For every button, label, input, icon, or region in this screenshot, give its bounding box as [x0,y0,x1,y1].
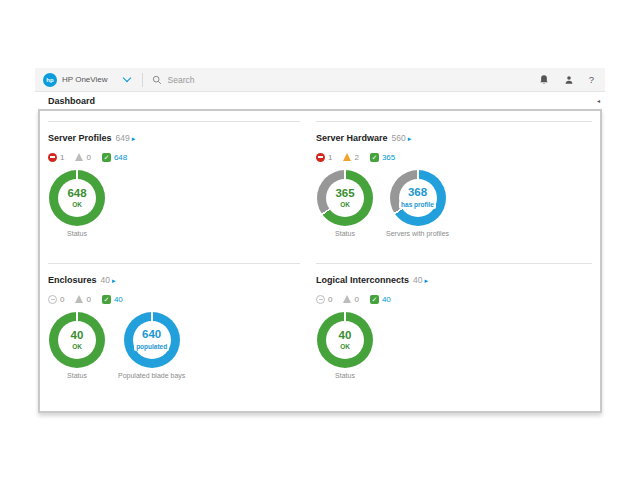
donut-center: 40OK [326,321,364,359]
status-summary-item[interactable]: ✓40 [102,295,123,304]
app-window: hp HP OneView ? [0,0,640,480]
status-summary-item[interactable]: 0 [48,295,64,304]
status-count: 0 [86,295,90,304]
panel-enclosures: Enclosures40▸00✓4040OKStatus640populated… [48,263,300,379]
donut-row: 648OKStatus [48,170,300,237]
donut-center: 368has profile [399,179,437,217]
panel-server-profiles: Server Profiles649▸10✓648648OKStatus [48,121,300,237]
status-summary-item[interactable]: 1 [316,153,332,162]
critical-icon [48,153,57,162]
status-summary: 00✓40 [316,294,592,304]
page-header: Dashboard ◂ [35,92,605,109]
status-summary-item[interactable]: 0 [316,295,332,304]
panel-title: Server Profiles [48,133,112,143]
warning-icon [343,153,351,161]
populated-blade-bays-donut[interactable]: 640populated [124,312,180,368]
status-summary-item[interactable]: 0 [75,295,90,304]
donut-value: 368 [408,187,427,199]
donut-row: 40OKStatus640populatedPopulated blade ba… [48,312,300,379]
servers-with-profiles-donut[interactable]: 368has profile [390,170,446,226]
donut-sublabel: OK [340,344,350,351]
panel-header: Server Profiles649▸ [48,127,300,145]
panel-link-arrow-icon: ▸ [425,277,429,284]
donut-label: Status [67,230,87,237]
panel-count: 40 [101,275,110,285]
status-count: 365 [382,153,395,162]
status-donut[interactable]: 365OK [317,170,373,226]
status-summary-item[interactable]: 0 [343,295,358,304]
status-summary-item[interactable]: 0 [75,153,90,162]
disabled-icon [316,295,325,304]
status-summary-item[interactable]: ✓365 [370,153,395,162]
donut-center: 40OK [58,321,96,359]
chevron-down-icon[interactable] [122,74,130,82]
top-bar: hp HP OneView ? [35,68,605,92]
panel-divider [316,263,592,264]
panel-count-link[interactable]: 560▸ [388,127,412,145]
dashboard-grid: Server Profiles649▸10✓648648OKStatusServ… [38,109,602,413]
warning-gray-icon [343,295,351,303]
status-count: 40 [114,295,123,304]
donut-label: Servers with profiles [386,230,449,237]
donut-label: Status [67,372,87,379]
panel-logical-interconnects: Logical Interconnects40▸00✓4040OKStatus [316,263,592,379]
panel-server-hardware: Server Hardware560▸12✓365365OKStatus368h… [316,121,592,237]
disabled-icon [48,295,57,304]
status-count: 0 [328,295,332,304]
status-donut[interactable]: 648OK [49,170,105,226]
panel-count-link[interactable]: 649▸ [112,127,136,145]
user-icon[interactable] [564,75,574,85]
panel-header: Logical Interconnects40▸ [316,269,592,287]
status-count: 0 [60,295,64,304]
search-bar[interactable] [152,74,539,86]
panel-title: Logical Interconnects [316,275,409,285]
donut-block: 365OKStatus [316,170,374,237]
ok-icon: ✓ [370,295,379,304]
panel-title: Enclosures [48,275,97,285]
help-icon[interactable]: ? [589,74,594,85]
ok-icon: ✓ [102,153,111,162]
status-count: 0 [354,295,358,304]
warning-gray-icon [75,295,83,303]
status-summary-item[interactable]: 2 [343,153,358,162]
topbar-actions: ? [539,74,605,85]
panel-header: Server Hardware560▸ [316,127,592,145]
donut-sublabel: has profile [399,201,436,210]
critical-icon [316,153,325,162]
donut-block: 648OKStatus [48,170,106,237]
search-input[interactable] [166,74,390,86]
panel-count-link[interactable]: 40▸ [97,269,116,287]
panel-count: 40 [413,275,422,285]
ok-icon: ✓ [102,295,111,304]
panel-divider [48,121,300,122]
status-summary-item[interactable]: 1 [48,153,64,162]
donut-row: 365OKStatus368has profileServers with pr… [316,170,592,237]
status-count: 648 [114,153,127,162]
donut-center: 640populated [133,321,171,359]
donut-block: 40OKStatus [48,312,106,379]
status-summary: 10✓648 [48,152,300,162]
topbar-divider [142,73,143,87]
collapse-panel-icon[interactable]: ◂ [597,98,600,104]
panel-count-link[interactable]: 40▸ [409,269,428,287]
status-summary-item[interactable]: ✓648 [102,153,127,162]
hp-logo-icon[interactable]: hp [43,73,57,87]
ok-icon: ✓ [370,153,379,162]
donut-label: Status [335,230,355,237]
status-summary: 00✓40 [48,294,300,304]
brand-label: HP OneView [62,75,108,84]
donut-block: 40OKStatus [316,312,374,379]
donut-value: 365 [335,188,354,200]
donut-value: 40 [71,330,84,342]
status-donut[interactable]: 40OK [317,312,373,368]
search-icon [152,75,162,85]
status-count: 40 [382,295,391,304]
donut-value: 40 [339,330,352,342]
status-count: 1 [328,153,332,162]
status-summary-item[interactable]: ✓40 [370,295,391,304]
donut-center: 648OK [58,179,96,217]
bell-icon[interactable] [539,74,549,85]
donut-label: Populated blade bays [118,372,185,379]
donut-sublabel: OK [340,202,350,209]
status-donut[interactable]: 40OK [49,312,105,368]
